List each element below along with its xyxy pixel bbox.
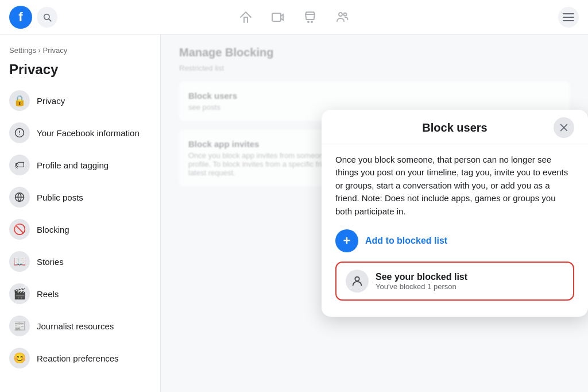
- svg-line-1: [49, 19, 51, 21]
- svg-point-4: [308, 21, 309, 22]
- stories-icon: 📖: [9, 251, 30, 272]
- main-layout: Settings › Privacy Privacy 🔒 Privacy You…: [0, 34, 588, 392]
- sidebar-item-reels[interactable]: 🎬 Reels: [5, 278, 156, 310]
- sidebar-item-stories[interactable]: 📖 Stories: [5, 245, 156, 278]
- modal-body-text: Once you block someone, that person can …: [335, 153, 574, 218]
- top-navigation: f: [0, 0, 588, 34]
- modal-divider: [322, 144, 588, 144]
- breadcrumb-current: Privacy: [43, 46, 68, 55]
- reaction-icon: 😊: [9, 348, 30, 368]
- people-icon: [335, 10, 349, 24]
- modal-title: Block users: [422, 121, 487, 134]
- plus-icon: +: [343, 233, 351, 248]
- breadcrumb: Settings › Privacy: [5, 44, 156, 57]
- sidebar-item-label: Your Facebook information: [37, 128, 140, 138]
- lock-icon: 🔒: [9, 90, 30, 111]
- hamburger-icon: [563, 13, 574, 21]
- sidebar-item-facebook-info[interactable]: Your Facebook information: [5, 117, 156, 149]
- sidebar-item-label: Profile and tagging: [37, 160, 109, 170]
- modal-header: Block users: [335, 121, 574, 134]
- person-icon: [351, 275, 363, 287]
- sidebar-item-label: Journalist resources: [37, 321, 114, 331]
- modal-close-button[interactable]: [554, 117, 574, 138]
- sidebar-item-blocking[interactable]: 🚫 Blocking: [5, 213, 156, 245]
- modal-wrapper: Block users Once you block someone, that…: [161, 34, 588, 392]
- svg-point-12: [355, 277, 359, 281]
- nav-center: [158, 3, 430, 31]
- search-button[interactable]: [37, 7, 57, 28]
- see-blocked-list-button[interactable]: See your blocked list You've blocked 1 p…: [335, 262, 574, 301]
- home-icon: [239, 10, 253, 24]
- block-users-modal: Block users Once you block someone, that…: [322, 110, 588, 317]
- sidebar: Settings › Privacy Privacy 🔒 Privacy You…: [0, 34, 161, 392]
- nav-people-button[interactable]: [328, 3, 356, 31]
- blocked-text-group: See your blocked list You've blocked 1 p…: [376, 272, 467, 291]
- nav-home-button[interactable]: [232, 3, 260, 31]
- svg-marker-3: [281, 14, 283, 20]
- blocked-list-subtitle: You've blocked 1 person: [376, 282, 467, 291]
- sidebar-item-label: Stories: [37, 257, 64, 267]
- nav-menu-button[interactable]: [558, 7, 579, 28]
- sidebar-item-label: Public posts: [37, 193, 83, 202]
- sidebar-item-label: Reels: [37, 289, 59, 299]
- facebook-logo[interactable]: f: [9, 6, 32, 29]
- search-icon: [42, 13, 52, 22]
- nav-video-button[interactable]: [264, 3, 292, 31]
- block-icon: 🚫: [9, 219, 30, 240]
- tag-icon: 🏷: [9, 155, 30, 175]
- sidebar-item-privacy[interactable]: 🔒 Privacy: [5, 84, 156, 117]
- svg-point-6: [339, 13, 342, 16]
- sidebar-item-label: Blocking: [37, 225, 69, 235]
- add-label: Add to blocked list: [365, 236, 447, 246]
- reels-icon: 🎬: [9, 283, 30, 304]
- nav-right: [430, 7, 579, 28]
- add-icon: +: [335, 229, 358, 252]
- main-content: Manage Blocking Restricted list Block us…: [161, 34, 588, 392]
- sidebar-item-public-posts[interactable]: Public posts: [5, 181, 156, 213]
- sidebar-item-profile-tagging[interactable]: 🏷 Profile and tagging: [5, 149, 156, 181]
- close-icon: [559, 123, 568, 132]
- breadcrumb-settings[interactable]: Settings: [9, 46, 36, 55]
- svg-rect-2: [272, 13, 281, 21]
- journalist-icon: 📰: [9, 316, 30, 336]
- svg-point-7: [344, 13, 347, 16]
- sidebar-item-reactions[interactable]: 😊 Reaction preferences: [5, 342, 156, 374]
- breadcrumb-separator: ›: [36, 46, 43, 55]
- globe-icon: [9, 187, 30, 207]
- sidebar-title: Privacy: [5, 59, 156, 84]
- facebook-info-icon: [9, 122, 30, 143]
- sidebar-item-label: Reaction preferences: [37, 353, 119, 363]
- store-icon: [303, 10, 317, 24]
- sidebar-item-journalist[interactable]: 📰 Journalist resources: [5, 310, 156, 342]
- blocked-list-icon: [346, 270, 369, 293]
- video-icon: [271, 10, 285, 24]
- sidebar-item-label: Privacy: [37, 96, 65, 106]
- nav-left: f: [9, 6, 158, 29]
- add-to-blocked-list-button[interactable]: + Add to blocked list: [335, 229, 574, 252]
- svg-point-5: [311, 21, 312, 22]
- nav-store-button[interactable]: [296, 3, 324, 31]
- blocked-list-title: See your blocked list: [376, 272, 467, 282]
